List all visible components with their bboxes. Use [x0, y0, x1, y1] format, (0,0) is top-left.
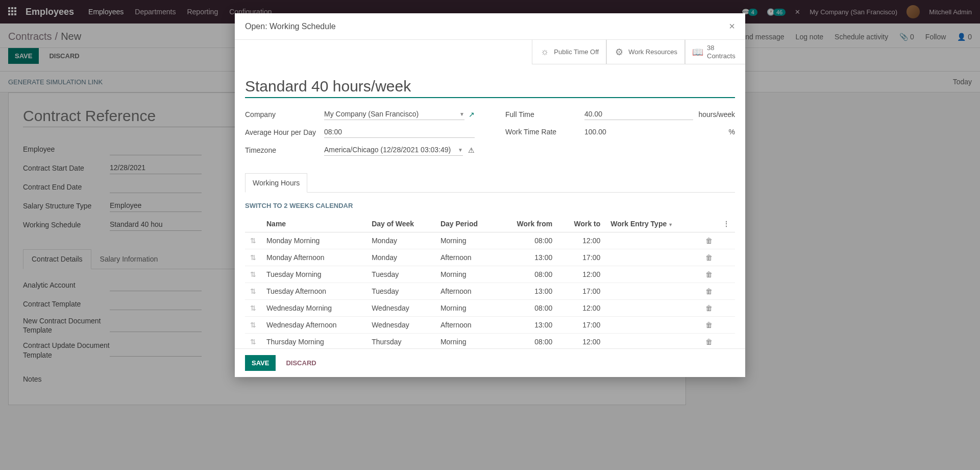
delete-row-icon[interactable]: 🗑 — [700, 317, 718, 334]
chevron-down-icon: ▼ — [668, 222, 673, 227]
drag-handle-icon[interactable]: ⇅ — [245, 283, 261, 300]
cell-from: 13:00 — [498, 317, 557, 334]
cell-from: 08:00 — [498, 334, 557, 348]
drag-handle-icon[interactable]: ⇅ — [245, 334, 261, 348]
timezone-select[interactable]: America/Chicago (12/28/2021 03:03:49)▼ — [324, 144, 463, 156]
cell-entry — [605, 266, 700, 283]
cell-name: Tuesday Morning — [261, 266, 366, 283]
book-icon: 📖 — [693, 47, 703, 57]
cell-dow: Tuesday — [366, 283, 435, 300]
cell-period: Afternoon — [435, 283, 498, 300]
modal-title: Open: Working Schedule — [245, 22, 336, 31]
label-company: Company — [245, 110, 324, 119]
label-avg-hour: Average Hour per Day — [245, 128, 324, 136]
th-period: Day Period — [435, 216, 498, 232]
drag-handle-icon[interactable]: ⇅ — [245, 317, 261, 334]
sun-icon: ☼ — [540, 47, 550, 57]
cell-entry — [605, 317, 700, 334]
warning-icon: ⚠ — [468, 146, 475, 154]
drag-handle-icon[interactable]: ⇅ — [245, 300, 261, 317]
switch-to-2weeks-link[interactable]: SWITCH TO 2 WEEKS CALENDAR — [245, 202, 735, 209]
delete-row-icon[interactable]: 🗑 — [700, 334, 718, 348]
cell-from: 13:00 — [498, 249, 557, 266]
label-work-rate: Work Time Rate — [505, 128, 584, 136]
table-row[interactable]: ⇅Wednesday AfternoonWednesdayAfternoon13… — [245, 317, 735, 334]
table-row[interactable]: ⇅Tuesday AfternoonTuesdayAfternoon13:001… — [245, 283, 735, 300]
cell-from: 08:00 — [498, 300, 557, 317]
gears-icon: ⚙ — [614, 47, 624, 57]
fulltime-input[interactable]: 40.00 — [584, 108, 693, 120]
cell-period: Morning — [435, 266, 498, 283]
cell-period: Afternoon — [435, 249, 498, 266]
delete-row-icon[interactable]: 🗑 — [700, 283, 718, 300]
stat-contracts[interactable]: 📖 38Contracts — [685, 40, 745, 64]
cell-period: Morning — [435, 300, 498, 317]
cell-dow: Tuesday — [366, 266, 435, 283]
cell-dow: Monday — [366, 232, 435, 249]
cell-to: 17:00 — [557, 317, 605, 334]
cell-from: 13:00 — [498, 283, 557, 300]
cell-to: 17:00 — [557, 283, 605, 300]
cell-dow: Thursday — [366, 334, 435, 348]
label-timezone: Timezone — [245, 146, 324, 154]
schedule-name-input[interactable] — [245, 76, 735, 98]
drag-handle-icon[interactable]: ⇅ — [245, 249, 261, 266]
th-to: Work to — [557, 216, 605, 232]
work-rate-unit: % — [729, 128, 735, 136]
th-entry-type: Work Entry Type▼ — [605, 216, 700, 232]
cell-entry — [605, 300, 700, 317]
modal-save-button[interactable]: SAVE — [245, 355, 276, 371]
cell-name: Monday Afternoon — [261, 249, 366, 266]
drag-handle-icon[interactable]: ⇅ — [245, 266, 261, 283]
cell-entry — [605, 334, 700, 348]
modal-overlay: Open: Working Schedule × ☼ Public Time O… — [0, 0, 980, 470]
table-row[interactable]: ⇅Monday AfternoonMondayAfternoon13:0017:… — [245, 249, 735, 266]
drag-handle-icon[interactable]: ⇅ — [245, 232, 261, 249]
modal-close-button[interactable]: × — [729, 20, 735, 32]
cell-dow: Monday — [366, 249, 435, 266]
stat-public-time-off[interactable]: ☼ Public Time Off — [532, 40, 606, 64]
cell-name: Tuesday Afternoon — [261, 283, 366, 300]
cell-name: Wednesday Morning — [261, 300, 366, 317]
company-select[interactable]: My Company (San Francisco)▼ — [324, 108, 464, 120]
cell-to: 12:00 — [557, 266, 605, 283]
cell-period: Morning — [435, 334, 498, 348]
cell-name: Wednesday Afternoon — [261, 317, 366, 334]
cell-period: Afternoon — [435, 317, 498, 334]
th-from: Work from — [498, 216, 557, 232]
tab-working-hours[interactable]: Working Hours — [245, 173, 307, 193]
avg-hour-input[interactable]: 08:00 — [324, 126, 475, 138]
stat-work-resources[interactable]: ⚙ Work Resources — [606, 40, 685, 64]
table-options-icon[interactable]: ⋮ — [718, 216, 735, 232]
th-dow: Day of Week — [366, 216, 435, 232]
cell-to: 12:00 — [557, 232, 605, 249]
working-schedule-modal: Open: Working Schedule × ☼ Public Time O… — [235, 13, 745, 377]
cell-from: 08:00 — [498, 232, 557, 249]
label-fulltime: Full Time — [505, 110, 584, 119]
delete-row-icon[interactable]: 🗑 — [700, 266, 718, 283]
cell-dow: Wednesday — [366, 317, 435, 334]
th-name: Name — [261, 216, 366, 232]
fulltime-unit: hours/week — [698, 110, 735, 119]
delete-row-icon[interactable]: 🗑 — [700, 232, 718, 249]
table-row[interactable]: ⇅Monday MorningMondayMorning08:0012:00🗑 — [245, 232, 735, 249]
cell-entry — [605, 283, 700, 300]
cell-name: Monday Morning — [261, 232, 366, 249]
table-row[interactable]: ⇅Tuesday MorningTuesdayMorning08:0012:00… — [245, 266, 735, 283]
chevron-down-icon: ▼ — [458, 147, 463, 153]
cell-entry — [605, 232, 700, 249]
delete-row-icon[interactable]: 🗑 — [700, 249, 718, 266]
delete-row-icon[interactable]: 🗑 — [700, 300, 718, 317]
cell-from: 08:00 — [498, 266, 557, 283]
cell-name: Thursday Morning — [261, 334, 366, 348]
table-row[interactable]: ⇅Wednesday MorningWednesdayMorning08:001… — [245, 300, 735, 317]
table-row[interactable]: ⇅Thursday MorningThursdayMorning08:0012:… — [245, 334, 735, 348]
cell-to: 12:00 — [557, 334, 605, 348]
cell-dow: Wednesday — [366, 300, 435, 317]
cell-to: 12:00 — [557, 300, 605, 317]
modal-discard-button[interactable]: DISCARD — [284, 355, 318, 371]
work-rate-value: 100.00 — [584, 126, 724, 137]
cell-entry — [605, 249, 700, 266]
external-link-icon[interactable]: ↗ — [469, 110, 475, 119]
cell-to: 17:00 — [557, 249, 605, 266]
